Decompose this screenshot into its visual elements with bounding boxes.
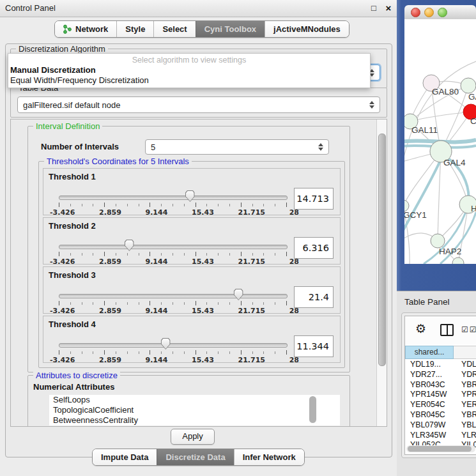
table-row[interactable]: YBR043CYBR0 — [405, 380, 476, 390]
network-node[interactable] — [431, 234, 445, 248]
tab-label: Impute Data — [101, 452, 148, 462]
tab-cyni-toolbox[interactable]: Cyni Toolbox — [196, 21, 265, 37]
table-row[interactable]: YBL079WYBL0 — [405, 420, 476, 431]
close-icon[interactable]: × — [383, 3, 394, 14]
tab-impute-data[interactable]: Impute Data — [93, 449, 157, 465]
network-canvas[interactable]: GAL80GACGAL11GAL4GCY1HHAP2 — [404, 19, 476, 264]
column-header-shared-name[interactable]: shared... — [405, 346, 454, 359]
tab-select[interactable]: Select — [153, 21, 195, 37]
attributes-list[interactable]: SelfLoopsTopologicalCoefficientBetweenne… — [49, 395, 340, 426]
slider-thumb[interactable] — [234, 289, 243, 300]
checkbox-icons[interactable]: ☑☑ — [461, 325, 476, 334]
tick-labels: -3.4262.8599.14415.4321.71528 — [50, 356, 299, 364]
cell-name: YLR3 — [452, 431, 476, 441]
threshold-row-threshold-2: Threshold 2-3.4262.8599.14415.4321.71528… — [43, 217, 341, 265]
vertical-scrollbar[interactable] — [376, 119, 387, 426]
column-header-name[interactable]: na — [454, 346, 476, 359]
tick-marks-major — [59, 301, 288, 305]
threshold-row-threshold-3: Threshold 3-3.4262.8599.14415.4321.71528… — [43, 266, 341, 314]
tab-label: Style — [125, 24, 145, 34]
tick-marks-major — [59, 252, 288, 256]
threshold-slider[interactable]: -3.4262.8599.14415.4321.71528 — [59, 241, 286, 263]
slider-track[interactable] — [59, 196, 288, 200]
tab-label: Select — [162, 24, 187, 34]
top-tab-bar: NetworkStyleSelectCyni ToolboxjActiveMNo… — [54, 20, 349, 38]
cell-shared-name: YDL19... — [405, 360, 452, 370]
slider-track[interactable] — [59, 343, 288, 348]
tick-label: 21.715 — [238, 257, 265, 266]
threshold-slider[interactable]: -3.4262.8599.14415.4321.71528 — [59, 192, 286, 213]
table-data-combobox[interactable]: galFiltered.sif default node — [17, 96, 380, 113]
tick-label: 9.144 — [146, 307, 168, 315]
dropdown-hint: Select algorithm to view settings — [8, 55, 370, 65]
list-item-betweennesscentrality[interactable]: BetweennessCentrality — [49, 415, 340, 426]
tick-label: 2.859 — [99, 257, 121, 266]
node-table: ⚙ ☑☑ shared... na YDL19...YDL1YDR27...YD… — [404, 316, 476, 455]
control-panel-titlebar: Control Panel □ × — [0, 0, 397, 17]
table-row[interactable]: YBR045CYBR0 — [405, 410, 476, 420]
table-row[interactable]: YDL19...YDL1 — [405, 360, 476, 370]
slider-track[interactable] — [59, 294, 288, 298]
threshold-value-field[interactable]: 6.316 — [294, 237, 334, 259]
network-graph: GAL80GACGAL11GAL4GCY1HHAP2 — [404, 19, 476, 264]
table-row[interactable]: YER054CYER0 — [405, 400, 476, 410]
close-button[interactable] — [411, 8, 420, 17]
threshold-slider[interactable]: -3.4262.8599.14415.4321.71528 — [59, 290, 286, 312]
num-intervals-combobox[interactable]: 5 — [145, 139, 329, 155]
table-row[interactable]: YPR145WYPR1 — [405, 390, 476, 400]
interval-definition-title: Interval Definition — [33, 121, 102, 131]
cell-name: YDR2 — [452, 370, 476, 380]
node-label-gal11: GAL11 — [411, 125, 438, 135]
dropdown-option-manual-discretization[interactable]: Manual Discretization — [8, 65, 370, 75]
network-node[interactable] — [461, 78, 476, 93]
table-row[interactable]: YDR27...YDR2 — [405, 370, 476, 380]
apply-button[interactable]: Apply — [171, 429, 215, 445]
scrollbar-thumb[interactable] — [309, 396, 316, 423]
minimize-button[interactable] — [424, 8, 434, 17]
scrollbar-thumb[interactable] — [408, 446, 472, 452]
cell-shared-name: YBL079W — [405, 420, 452, 431]
slider-thumb[interactable] — [185, 190, 195, 202]
numerical-attributes-label: Numerical Attributes — [33, 382, 114, 392]
tick-label: 21.715 — [238, 208, 265, 217]
gear-icon[interactable]: ⚙ — [415, 321, 426, 335]
float-window-icon[interactable]: □ — [369, 4, 378, 13]
slider-track[interactable] — [59, 245, 288, 249]
threshold-label: Threshold 3 — [49, 270, 96, 280]
threshold-label: Threshold 4 — [49, 319, 96, 329]
list-scrollbar[interactable] — [309, 396, 317, 424]
num-intervals-value: 5 — [151, 140, 155, 154]
threshold-slider[interactable]: -3.4262.8599.14415.4321.71528 — [59, 339, 286, 361]
tab-label: Discretize Data — [165, 452, 225, 462]
threshold-value-field[interactable]: 14.713 — [294, 188, 334, 210]
cell-shared-name: YBR043C — [405, 380, 452, 390]
list-item-topologicalcoefficient[interactable]: TopologicalCoefficient — [49, 405, 340, 415]
cell-shared-name: YDR27... — [405, 370, 452, 380]
dropdown-option-equal-width-frequency-discretization[interactable]: Equal Width/Frequency Discretization — [8, 75, 370, 86]
columns-icon[interactable] — [440, 324, 454, 336]
slider-thumb[interactable] — [125, 240, 134, 251]
table-rows: YDL19...YDL1YDR27...YDR2YBR043CYBR0YPR14… — [405, 360, 476, 450]
network-window-titlebar[interactable] — [404, 5, 476, 20]
tab-network[interactable]: Network — [55, 21, 116, 37]
list-item-selfloops[interactable]: SelfLoops — [49, 395, 340, 405]
tab-jactivemnodules[interactable]: jActiveMNodules — [265, 21, 349, 37]
tick-label: -3.426 — [50, 208, 75, 217]
network-node[interactable] — [452, 257, 464, 264]
tick-label: 15.43 — [192, 257, 214, 266]
algorithm-dropdown-popup: Select algorithm to view settings Manual… — [8, 53, 371, 88]
table-header: shared... na — [405, 346, 476, 359]
tab-style[interactable]: Style — [116, 21, 153, 37]
tab-infer-network[interactable]: Infer Network — [234, 449, 304, 465]
table-row[interactable]: YLR345WYLR3 — [405, 431, 476, 441]
horizontal-scrollbar[interactable] — [406, 445, 475, 452]
tab-label: Infer Network — [243, 452, 296, 462]
slider-thumb[interactable] — [161, 338, 171, 349]
cell-shared-name: YPR145W — [405, 390, 452, 400]
scrollbar-thumb[interactable] — [378, 134, 386, 366]
tab-discretize-data[interactable]: Discretize Data — [157, 449, 233, 465]
threshold-value-field[interactable]: 21.4 — [294, 286, 334, 308]
zoom-button[interactable] — [438, 8, 447, 17]
table-toolbar: ⚙ ☑☑ — [405, 316, 476, 344]
threshold-value-field[interactable]: 11.344 — [294, 335, 334, 357]
